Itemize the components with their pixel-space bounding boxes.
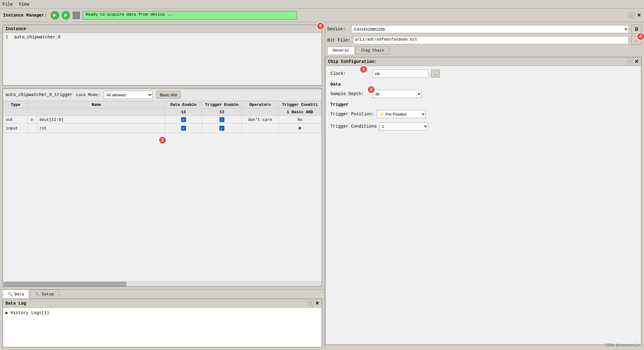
tab-setup[interactable]: 🔧 Setup — [30, 290, 59, 298]
row2-data-enable[interactable]: ✓ — [165, 124, 202, 133]
trigger-conditions-select[interactable]: 1 — [379, 122, 428, 130]
trigger-position-row: Trigger Position: ⚡ Pre Position — [330, 110, 636, 118]
menu-view[interactable]: View — [19, 2, 29, 7]
trigger-position-label: Trigger Position: — [330, 112, 374, 117]
row2-operators — [242, 124, 279, 133]
close-button[interactable]: ✕ — [637, 12, 641, 18]
maximize-button[interactable]: □ — [628, 13, 634, 18]
clock-input[interactable] — [373, 70, 429, 78]
chip-config-maximize[interactable]: □ — [627, 59, 633, 64]
sample-depth-row: Sample Depth: 8k 2 — [330, 90, 636, 98]
data-log-header: Data Log □ ✕ — [3, 299, 322, 308]
trigger-conditions-label: Trigger Conditions — [330, 124, 377, 129]
horizontal-scrollbar[interactable] — [3, 281, 322, 286]
tab-jtag-chain[interactable]: Jtag Chain — [355, 47, 390, 54]
col-name-header: Name — [28, 101, 165, 109]
data-section-title: Data — [330, 82, 636, 87]
col-type-header: Type — [3, 101, 28, 109]
no-care-icon: ✖ — [298, 125, 302, 132]
bit-file-label: Bit File: — [327, 38, 351, 43]
checkbox-trigger-1[interactable]: ✓ — [219, 117, 224, 122]
chip-config-close[interactable]: ✕ — [634, 59, 638, 64]
left-panel: Instance 1 auto_chipwatcher_0 5 auto_chi… — [0, 22, 325, 350]
bit-file-value: p/L1/adC/adfadsfasdado.bit — [353, 36, 629, 44]
run-button[interactable] — [51, 11, 59, 20]
table-subheader-row: 13 13 1 Basic AND — [3, 109, 322, 116]
row1-condition: 0u — [279, 116, 322, 124]
sample-depth-select[interactable]: 8k — [373, 90, 422, 98]
chevron-right-icon: ▶ — [6, 310, 8, 315]
status-bar: Ready to acquire data from device ... — [82, 11, 297, 20]
bit-file-row: Bit File: p/L1/adC/adfadsfasdado.bit ...… — [327, 36, 642, 45]
instance-num: 1 — [6, 35, 12, 40]
trigger-position-select[interactable]: ⚡ Pre Position — [377, 110, 426, 118]
tab-general[interactable]: General — [327, 47, 355, 54]
tab-data[interactable]: 🔍 Data — [2, 290, 29, 298]
signal-area: auto_chipwatcher_0_trigger Lock Mode: Al… — [2, 88, 322, 287]
subrow-name — [28, 109, 165, 116]
instance-panel: Instance 1 auto_chipwatcher_0 5 — [2, 25, 322, 86]
basic-ani-button[interactable]: Basic ANI — [156, 91, 180, 99]
row1-data-enable[interactable]: ✓ — [165, 116, 202, 124]
checkbox-data-1[interactable]: ✓ — [181, 117, 186, 122]
trigger-section-title: Trigger — [330, 102, 636, 107]
row2-spacer — [28, 124, 37, 133]
chip-config-panel: Chip Configuration: □ ✕ Clock: ... 1 — [325, 57, 642, 345]
device-row: Device: 0:EG4S20BG256 🖥 — [327, 25, 642, 34]
badge-area: 3 — [3, 133, 322, 145]
signal-name: auto_chipwatcher_0_trigger — [6, 92, 72, 97]
data-log-close[interactable]: ✕ — [315, 300, 319, 306]
badge-1: 1 — [360, 65, 368, 73]
search-icon: 🔍 — [8, 292, 13, 297]
data-log-maximize[interactable]: □ — [308, 300, 314, 306]
instance-manager-label: Instance Manager: — [3, 13, 47, 18]
data-log-content: ▶ History Logs(1) — [3, 308, 322, 318]
badge-2: 2 — [367, 86, 375, 94]
watermark: CSDN @chaihanlin — [605, 343, 640, 348]
toolbar: Instance Manager: Ready to acquire data … — [0, 9, 644, 22]
checkbox-data-2[interactable]: ✓ — [181, 126, 186, 131]
signal-toolbar: auto_chipwatcher_0_trigger Lock Mode: Al… — [3, 89, 322, 101]
content-area: Instance 1 auto_chipwatcher_0 5 auto_chi… — [0, 22, 644, 350]
clock-row: Clock: ... 1 — [330, 70, 636, 78]
chip-config-title: Chip Configuration: — [328, 59, 377, 64]
row1-name: dout[11:0] — [37, 116, 165, 124]
row2-condition: ✖ — [279, 124, 322, 133]
subrow-type — [3, 109, 28, 116]
history-row[interactable]: ▶ History Logs(1) — [6, 310, 319, 315]
data-log-panel: Data Log □ ✕ ▶ History Logs(1) — [2, 298, 322, 348]
device-select[interactable]: 0:EG4S20BG256 — [351, 25, 629, 33]
subrow-trigger: 13 — [202, 109, 242, 116]
fast-play-icon — [64, 13, 67, 17]
checkbox-trigger-2[interactable]: ✓ — [219, 126, 224, 131]
lock-mode-label: Lock Mode: — [76, 93, 100, 97]
chip-config-header: Chip Configuration: □ ✕ — [326, 57, 641, 66]
row1-arrow[interactable]: ▷ — [28, 116, 37, 124]
data-log-title: Data Log — [6, 301, 26, 306]
badge-4: 4 — [637, 33, 644, 40]
row1-trigger-enable[interactable]: ✓ — [202, 116, 242, 124]
menu-file[interactable]: File — [2, 2, 13, 7]
row1-operators: don't care — [242, 116, 279, 124]
menu-bar: File View — [0, 0, 644, 9]
sample-depth-label: Sample Depth: — [330, 91, 370, 96]
signal-table-container: Type Name Data Enable Trigger Enable Ope… — [3, 101, 322, 281]
lock-mode-select[interactable]: All allowed — [104, 91, 153, 99]
device-config-area: Device: 0:EG4S20BG256 🖥 Bit File: p/L1/a… — [325, 22, 644, 54]
badge-5: 5 — [317, 22, 325, 30]
col-ops-header: Operators — [242, 101, 279, 109]
fast-run-button[interactable] — [62, 11, 70, 20]
clock-browse-btn[interactable]: ... — [431, 70, 440, 78]
stop-button[interactable] — [73, 12, 80, 19]
instance-row[interactable]: 1 auto_chipwatcher_0 — [3, 33, 322, 41]
row2-trigger-enable[interactable]: ✓ — [202, 124, 242, 133]
wrench-icon: 🔧 — [35, 292, 40, 297]
table-row: out ▷ dout[11:0] ✓ ✓ don't care — [3, 116, 322, 124]
scrollbar-thumb[interactable] — [4, 282, 126, 286]
subrow-data: 13 — [165, 109, 202, 116]
col-cond-header: Trigger Conditi — [279, 101, 322, 109]
tab-data-label: Data — [14, 292, 24, 297]
col-data-header: Data Enable — [165, 101, 202, 109]
right-panel: Device: 0:EG4S20BG256 🖥 Bit File: p/L1/a… — [325, 22, 644, 350]
row1-type: out — [3, 116, 28, 124]
